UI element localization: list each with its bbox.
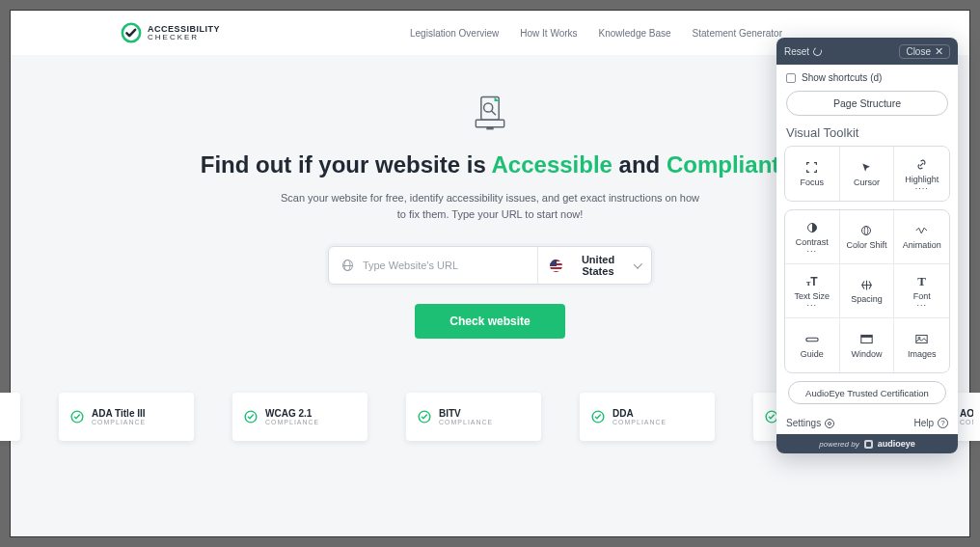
help-label: Help bbox=[913, 418, 934, 428]
svg-rect-17 bbox=[861, 335, 872, 337]
font-icon: T bbox=[915, 275, 929, 288]
card-sub: COMPLIANCE bbox=[960, 419, 973, 426]
panel-footer: Settings Help ? bbox=[776, 412, 958, 434]
check-icon bbox=[244, 410, 258, 424]
checkbox-icon bbox=[786, 73, 796, 83]
scan-document-icon bbox=[469, 92, 511, 134]
svg-point-14 bbox=[865, 227, 869, 235]
tool-highlight[interactable]: Highlight ···· bbox=[894, 147, 949, 201]
text-size-icon: тT bbox=[805, 275, 819, 288]
tool-spacing[interactable]: Spacing bbox=[840, 264, 895, 318]
tool-window[interactable]: Window bbox=[840, 318, 895, 372]
sub-headline: Scan your website for free, identify acc… bbox=[278, 190, 702, 223]
tool-label: Color Shift bbox=[846, 240, 886, 250]
url-input[interactable] bbox=[363, 260, 524, 271]
dots-icon: ···· bbox=[915, 187, 929, 190]
card-title: AODA bbox=[960, 408, 973, 419]
card-sub: COMPLIANCE bbox=[612, 419, 667, 426]
compliance-card[interactable]: BITVCOMPLIANCE bbox=[406, 393, 541, 441]
contrast-icon bbox=[805, 221, 819, 234]
tool-label: Guide bbox=[801, 349, 824, 359]
check-icon bbox=[591, 410, 605, 424]
logo[interactable]: ACCESSIBILITY CHECKER bbox=[121, 22, 220, 43]
check-website-button[interactable]: Check website bbox=[415, 304, 565, 339]
check-icon bbox=[418, 410, 431, 424]
tool-label: Window bbox=[851, 349, 882, 359]
compliance-card[interactable]: WCAG 2.1COMPLIANCE bbox=[232, 393, 368, 441]
tool-label: Images bbox=[908, 349, 937, 359]
help-button[interactable]: Help ? bbox=[913, 418, 948, 428]
tool-images[interactable]: Images bbox=[894, 318, 949, 372]
card-title: DDA bbox=[612, 408, 667, 419]
tool-font[interactable]: T Font ··· bbox=[894, 264, 949, 318]
nav-how-it-works[interactable]: How It Works bbox=[520, 28, 577, 39]
us-flag-icon bbox=[550, 260, 562, 272]
settings-button[interactable]: Settings bbox=[786, 418, 834, 428]
tool-focus[interactable]: Focus bbox=[785, 147, 840, 201]
country-label: United States bbox=[570, 254, 626, 277]
certification-button[interactable]: AudioEye Trusted Certification bbox=[788, 381, 946, 404]
card-title: BITV bbox=[439, 408, 493, 419]
headline-prefix: Find out if your website is bbox=[201, 151, 492, 178]
compliance-card[interactable]: x x bbox=[0, 393, 20, 441]
link-icon bbox=[915, 158, 929, 172]
tool-animation[interactable]: Animation bbox=[894, 210, 949, 264]
nav-legislation[interactable]: Legislation Overview bbox=[410, 28, 499, 39]
dots-icon: ··· bbox=[807, 304, 818, 307]
tool-label: Cursor bbox=[854, 178, 880, 187]
images-icon bbox=[915, 333, 929, 346]
card-sub: COMPLIANCE bbox=[92, 419, 146, 426]
close-icon: ✕ bbox=[935, 46, 943, 57]
nav-statement-generator[interactable]: Statement Generator bbox=[693, 28, 782, 39]
main-nav: Legislation Overview How It Works Knowle… bbox=[410, 28, 782, 39]
card-title: ADA Title III bbox=[92, 408, 146, 419]
close-button[interactable]: Close ✕ bbox=[899, 44, 950, 59]
card-sub: COMPLIANCE bbox=[265, 419, 319, 426]
settings-label: Settings bbox=[786, 418, 821, 428]
tool-contrast[interactable]: Contrast ··· bbox=[785, 210, 840, 264]
visual-toolkit-title: Visual Toolkit bbox=[776, 123, 958, 146]
headline-and: and bbox=[612, 151, 667, 178]
focus-icon bbox=[805, 161, 819, 175]
tool-label: Spacing bbox=[851, 294, 883, 304]
country-selector[interactable]: United States bbox=[537, 247, 651, 284]
close-label: Close bbox=[906, 46, 931, 57]
svg-rect-2 bbox=[486, 127, 493, 130]
tool-guide[interactable]: Guide bbox=[785, 318, 840, 372]
svg-line-5 bbox=[492, 111, 496, 115]
audioeye-logo-icon bbox=[864, 440, 873, 449]
compliance-card[interactable]: DDACOMPLIANCE bbox=[580, 393, 715, 441]
powered-by-label: powered by bbox=[819, 440, 858, 449]
reset-label: Reset bbox=[784, 46, 809, 57]
shortcuts-label: Show shortcuts (d) bbox=[802, 72, 882, 83]
headline-compliant: Compliant bbox=[667, 151, 779, 178]
dots-icon: ··· bbox=[807, 250, 818, 253]
tool-text-size[interactable]: тT Text Size ··· bbox=[785, 264, 840, 318]
app-viewport: ACCESSIBILITY CHECKER Legislation Overvi… bbox=[10, 10, 970, 537]
tool-label: Highlight bbox=[905, 175, 939, 184]
compliance-card[interactable]: ADA Title IIICOMPLIANCE bbox=[59, 393, 194, 441]
help-icon: ? bbox=[938, 418, 948, 428]
shortcuts-toggle[interactable]: Show shortcuts (d) bbox=[776, 65, 958, 91]
toolkit-grid-1: Focus Cursor Highlight ···· bbox=[784, 146, 950, 202]
url-input-wrap bbox=[329, 260, 537, 271]
window-icon bbox=[859, 333, 873, 346]
card-title: WCAG 2.1 bbox=[265, 408, 319, 419]
toolkit-grid-2: Contrast ··· Color Shift Animation тT Te… bbox=[784, 209, 950, 373]
url-search-row: United States bbox=[328, 246, 652, 285]
tool-color-shift[interactable]: Color Shift bbox=[840, 210, 895, 264]
logo-check-icon bbox=[121, 22, 142, 43]
brand-bottom: CHECKER bbox=[148, 34, 220, 41]
page-structure-button[interactable]: Page Structure bbox=[786, 91, 948, 116]
guide-icon bbox=[805, 333, 819, 346]
panel-header: Reset Close ✕ bbox=[776, 38, 958, 65]
nav-knowledge-base[interactable]: Knowledge Base bbox=[599, 28, 671, 39]
tool-label: Animation bbox=[903, 240, 941, 250]
gear-icon bbox=[825, 419, 834, 428]
globe-icon bbox=[342, 260, 353, 271]
tool-cursor[interactable]: Cursor bbox=[840, 147, 895, 201]
dots-icon: ··· bbox=[916, 304, 927, 307]
reset-button[interactable]: Reset bbox=[784, 46, 822, 57]
logo-text: ACCESSIBILITY CHECKER bbox=[148, 25, 220, 41]
spacing-icon bbox=[859, 278, 873, 291]
